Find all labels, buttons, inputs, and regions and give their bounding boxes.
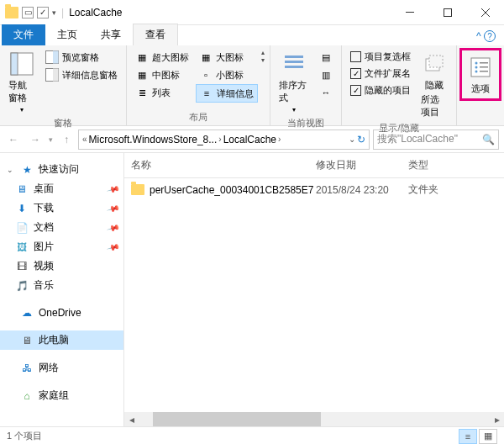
close-button[interactable]: [466, 0, 504, 25]
size-icon: ↔: [319, 86, 333, 99]
item-checkboxes-toggle[interactable]: 项目复选框: [347, 49, 414, 65]
dropdown-icon: ▾: [20, 106, 24, 114]
qat-properties-icon[interactable]: ▭: [22, 7, 34, 18]
qat-new-folder-icon[interactable]: ✓: [37, 7, 49, 18]
checkbox-icon: [350, 51, 361, 62]
documents-icon: 📄: [15, 221, 29, 235]
nav-quick-access[interactable]: ⌄★快速访问: [0, 160, 123, 179]
minimize-button[interactable]: [391, 0, 428, 25]
chevron-down-icon[interactable]: ⌄: [7, 166, 15, 174]
navigation-pane-label: 导航窗格: [8, 79, 35, 104]
forward-button[interactable]: →: [27, 131, 44, 148]
size-columns-button[interactable]: ↔: [316, 84, 336, 101]
options-highlight: 选项: [459, 48, 501, 101]
group-by-button[interactable]: ▤: [316, 49, 336, 66]
svg-point-15: [475, 66, 478, 69]
list-item[interactable]: perUserCache_00034001CB2585E7 2015/8/24 …: [124, 178, 504, 201]
music-icon: 🎵: [15, 279, 29, 293]
details-pane-label: 详细信息窗格: [62, 69, 118, 82]
navigation-pane-button[interactable]: 导航窗格 ▾: [5, 49, 39, 115]
search-input[interactable]: 搜索"LocalCache" 🔍: [373, 130, 499, 150]
pin-icon: 📌: [107, 240, 120, 254]
back-button[interactable]: ←: [5, 131, 22, 148]
file-extensions-toggle[interactable]: ✓文件扩展名: [347, 66, 414, 82]
add-columns-button[interactable]: ▥: [316, 66, 336, 83]
md-icon: ▦: [135, 68, 149, 82]
dropdown-icon: ▾: [292, 106, 296, 114]
address-bar[interactable]: « Microsoft.WindowsStore_8...› LocalCach…: [78, 130, 370, 150]
scrollbar-thumb[interactable]: [153, 412, 321, 426]
column-name[interactable]: 名称: [124, 153, 309, 177]
qat-dropdown-icon[interactable]: ▾: [52, 8, 56, 17]
tab-file[interactable]: 文件: [2, 24, 45, 45]
svg-rect-3: [11, 53, 18, 75]
search-icon[interactable]: 🔍: [482, 134, 495, 145]
nav-desktop[interactable]: 🖥桌面📌: [0, 179, 123, 198]
chevron-right-icon[interactable]: ›: [218, 135, 221, 144]
layout-lg-button[interactable]: ▦大图标: [196, 49, 258, 66]
preview-pane-button[interactable]: 预览窗格: [42, 49, 121, 66]
onedrive-icon: ☁: [20, 306, 34, 320]
scroll-right-icon[interactable]: ▸: [490, 414, 504, 426]
nav-onedrive[interactable]: ☁OneDrive: [0, 304, 123, 322]
svg-rect-19: [480, 71, 488, 72]
star-icon: ★: [20, 163, 34, 177]
column-date[interactable]: 修改日期: [309, 153, 402, 177]
svg-rect-12: [429, 56, 443, 67]
svg-rect-0: [406, 12, 414, 13]
ribbon-help-icon[interactable]: ^ ?: [468, 27, 504, 46]
view-icons-button[interactable]: ▦: [479, 429, 497, 444]
layout-xl-button[interactable]: ▦超大图标: [132, 49, 192, 66]
column-headers[interactable]: 名称 修改日期 类型: [124, 153, 504, 178]
layout-md-button[interactable]: ▦中图标: [132, 66, 192, 83]
refresh-icon[interactable]: ↻: [357, 134, 365, 145]
pc-icon: 🖥: [20, 334, 34, 347]
nav-documents[interactable]: 📄文档📌: [0, 218, 123, 237]
folder-icon: [131, 184, 144, 195]
horizontal-scrollbar[interactable]: ◂ ▸: [124, 412, 504, 426]
layout-sm-button[interactable]: ▫小图标: [196, 66, 258, 83]
options-button[interactable]: 选项: [464, 52, 497, 97]
options-label: 选项: [471, 82, 490, 95]
layout-details-button[interactable]: ≡详细信息: [196, 84, 258, 103]
preview-pane-label: 预览窗格: [62, 51, 99, 64]
nav-downloads[interactable]: ⬇下载📌: [0, 198, 123, 218]
hide-selected-button[interactable]: 隐藏 所选项目: [417, 49, 451, 120]
nav-network[interactable]: 🖧网络: [0, 358, 123, 378]
maximize-button[interactable]: [428, 0, 466, 25]
group-layout-label: 布局: [132, 109, 265, 124]
chevron-right-icon[interactable]: ›: [278, 135, 281, 144]
hide-icon: [421, 50, 448, 77]
desktop-icon: 🖥: [15, 182, 29, 196]
view-details-button[interactable]: ≡: [459, 429, 477, 444]
file-list: perUserCache_00034001CB2585E7 2015/8/24 …: [124, 178, 504, 412]
chevron-left-icon[interactable]: «: [82, 135, 87, 144]
checkbox-checked-icon: ✓: [350, 85, 361, 96]
tab-share[interactable]: 共享: [89, 24, 133, 45]
nav-music[interactable]: 🎵音乐: [0, 276, 123, 295]
group-current-label: 当前视图: [276, 115, 336, 130]
nav-pictures[interactable]: 🖼图片📌: [0, 237, 123, 256]
sort-icon: [281, 50, 307, 77]
sort-by-button[interactable]: 排序方式 ▾: [276, 49, 312, 115]
preview-pane-icon: [45, 50, 59, 64]
svg-rect-8: [285, 56, 303, 58]
history-dropdown-icon[interactable]: ▾: [49, 135, 53, 144]
tab-view[interactable]: 查看: [133, 24, 178, 45]
column-type[interactable]: 类型: [402, 153, 504, 177]
address-dropdown-icon[interactable]: ⌄: [349, 135, 355, 144]
hidden-items-toggle[interactable]: ✓隐藏的项目: [347, 82, 414, 98]
pin-icon: 📌: [107, 202, 120, 215]
ribbon: 导航窗格 ▾ 预览窗格 详细信息窗格 窗格 ▦超大图标 ▦中图标 ≣列表: [0, 45, 504, 126]
nav-homegroup[interactable]: ⌂家庭组: [0, 386, 123, 405]
svg-rect-5: [53, 51, 59, 64]
svg-point-14: [475, 62, 478, 65]
nav-videos[interactable]: 🎞视频: [0, 256, 123, 276]
up-button[interactable]: ↑: [58, 131, 75, 148]
layout-list-button[interactable]: ≣列表: [132, 84, 192, 101]
tab-home[interactable]: 主页: [45, 24, 89, 45]
scroll-left-icon[interactable]: ◂: [124, 414, 139, 426]
details-pane-button[interactable]: 详细信息窗格: [42, 66, 121, 83]
layout-more-icon[interactable]: ▴▾: [261, 49, 265, 64]
nav-this-pc[interactable]: 🖥此电脑: [0, 330, 123, 350]
